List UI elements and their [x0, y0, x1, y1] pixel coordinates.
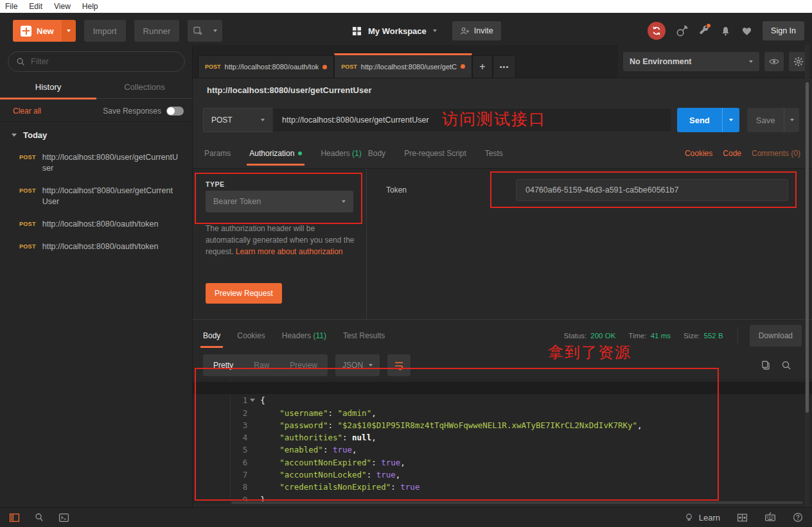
save-responses-toggle[interactable] — [166, 107, 184, 116]
token-input[interactable] — [516, 179, 788, 201]
method-badge: POST — [19, 219, 36, 227]
workspace-grid-icon — [352, 26, 362, 36]
new-tab-button[interactable]: + — [472, 55, 493, 78]
save-dropdown-button[interactable] — [784, 108, 799, 132]
tab-headers[interactable]: Headers (1) — [321, 139, 349, 168]
response-tab-body[interactable]: Body — [203, 320, 220, 351]
filter-input[interactable] — [31, 57, 159, 66]
code-link[interactable]: Code — [723, 149, 741, 158]
response-tab-cookies[interactable]: Cookies — [237, 320, 265, 351]
open-new-icon — [188, 20, 208, 42]
invite-button[interactable]: Invite — [452, 21, 501, 40]
view-pretty-button[interactable]: Pretty — [203, 354, 243, 376]
open-new-button[interactable] — [188, 20, 222, 42]
menu-file[interactable]: File — [5, 2, 17, 11]
method-badge: POST — [19, 152, 36, 160]
environment-quicklook-button[interactable] — [764, 52, 784, 71]
history-group-today[interactable]: Today — [0, 125, 193, 145]
heart-icon[interactable] — [741, 26, 752, 37]
workspace-selector[interactable]: My Workspace — [368, 26, 427, 36]
bell-icon[interactable] — [720, 26, 731, 37]
find-icon[interactable] — [34, 512, 44, 523]
learn-more-link[interactable]: Learn more about authorization — [236, 247, 343, 256]
sync-status-icon[interactable] — [648, 22, 666, 40]
filter-field[interactable] — [8, 51, 185, 72]
response-tab-headers[interactable]: Headers (11) — [282, 320, 326, 351]
request-tab-oauth-token[interactable]: POST http://localhost:8080/oauth/tok — [198, 55, 334, 78]
download-button[interactable]: Download — [750, 325, 802, 347]
keyboard-shortcuts-icon[interactable] — [764, 512, 776, 523]
view-raw-button[interactable]: Raw — [243, 354, 279, 376]
menu-edit[interactable]: Edit — [29, 2, 42, 11]
menu-view[interactable]: View — [54, 2, 71, 11]
save-button[interactable]: Save — [747, 108, 784, 132]
new-button[interactable]: New — [13, 20, 76, 42]
horizontal-scrollbar[interactable] — [231, 501, 803, 504]
cookies-link[interactable]: Cookies — [685, 149, 712, 158]
history-item[interactable]: POST http://localhost:8080/user/getCurre… — [0, 146, 193, 180]
url-input[interactable] — [272, 108, 672, 132]
send-button[interactable]: Send — [677, 108, 722, 132]
time-value: 41 ms — [651, 332, 671, 340]
tab-params[interactable]: Params — [204, 139, 231, 168]
auth-type-select[interactable]: Bearer Token — [206, 191, 353, 212]
clear-all-link[interactable]: Clear all — [13, 107, 41, 116]
history-item[interactable]: POST http://localhost"8080/user/getCurre… — [0, 180, 193, 213]
response-body-viewer[interactable]: 1{ 2"username": "admin", 3"password": "$… — [193, 379, 812, 504]
tab-options-button[interactable]: ••• — [493, 55, 516, 78]
wrap-lines-button[interactable] — [387, 354, 410, 376]
comments-link[interactable]: Comments (0) — [752, 149, 800, 158]
code-line: 6"accountNonExpired": true, — [193, 444, 812, 456]
request-tab-get-current-user[interactable]: POST http://localhost:8080/user/getC — [334, 53, 472, 78]
tab-body[interactable]: Body — [368, 139, 385, 168]
wrap-icon — [394, 360, 404, 370]
history-item[interactable]: POST http://localhost:8080/oauth/token — [0, 236, 193, 258]
runner-button[interactable]: Runner — [134, 20, 180, 42]
invite-person-icon — [460, 26, 470, 36]
learn-button[interactable]: Learn — [684, 513, 720, 523]
method-badge: POST — [19, 186, 36, 194]
request-tab-strip: POST http://localhost:8080/oauth/tok POS… — [193, 45, 618, 78]
search-response-icon[interactable] — [781, 360, 791, 370]
view-preview-button[interactable]: Preview — [279, 354, 328, 376]
postman-window: File Edit View Help New Import Runner — [0, 0, 812, 527]
menu-bar: File Edit View Help — [0, 0, 812, 13]
tab-pre-request-script[interactable]: Pre-request Script — [404, 139, 466, 168]
search-icon — [16, 57, 25, 66]
workspace-caret-icon[interactable] — [433, 30, 437, 32]
response-header: Body Cookies Headers (11) Test Results S… — [193, 319, 812, 351]
sidebar: History Collections Clear all Save Respo… — [0, 45, 193, 507]
code-line: 8"credentialsNonExpired": true — [193, 469, 812, 481]
request-section-tabs: Params Authorization Headers (1) Body Pr… — [193, 139, 812, 168]
environment-select[interactable]: No Environment — [623, 52, 759, 71]
sign-in-button[interactable]: Sign In — [763, 21, 804, 40]
tab-history[interactable]: History — [0, 76, 96, 98]
vertical-scrollbar[interactable] — [805, 45, 809, 507]
method-select[interactable]: POST — [203, 108, 272, 132]
import-button[interactable]: Import — [84, 20, 126, 42]
tab-tests[interactable]: Tests — [485, 139, 503, 168]
sidebar-toggle-icon[interactable] — [9, 512, 20, 523]
two-pane-icon[interactable] — [737, 512, 748, 523]
help-icon[interactable] — [793, 512, 803, 523]
auth-type-label: TYPE — [206, 180, 224, 188]
format-select[interactable]: JSON — [335, 354, 380, 376]
status-value: 200 OK — [590, 332, 615, 340]
interceptor-icon[interactable] — [676, 25, 688, 37]
settings-wrench-icon[interactable] — [698, 25, 710, 37]
response-toolbar: Pretty Raw Preview JSON — [193, 351, 812, 379]
menu-help[interactable]: Help — [82, 2, 98, 11]
console-icon[interactable] — [58, 512, 69, 523]
code-line: 2"username": "admin", — [193, 394, 812, 406]
new-dropdown-button[interactable] — [62, 20, 76, 42]
copy-icon[interactable] — [761, 360, 771, 370]
send-dropdown-button[interactable] — [722, 108, 739, 132]
tab-collections[interactable]: Collections — [96, 76, 193, 98]
preview-request-button[interactable]: Preview Request — [206, 283, 282, 304]
history-item[interactable]: POST http://localhost:8080/oauth/token — [0, 213, 193, 236]
response-tab-test-results[interactable]: Test Results — [343, 320, 385, 351]
token-label: Token — [386, 186, 407, 194]
collapse-caret-icon — [12, 134, 17, 137]
request-title: http://localhost:8080/user/getCurrentUse… — [207, 85, 371, 95]
tab-authorization[interactable]: Authorization — [249, 139, 302, 168]
